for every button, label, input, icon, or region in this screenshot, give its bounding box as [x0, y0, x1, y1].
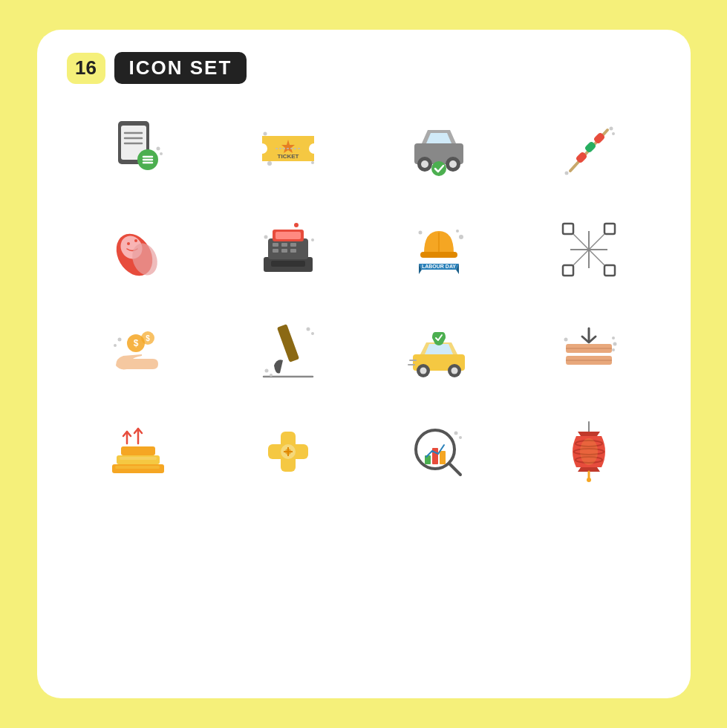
svg-point-90 — [612, 337, 615, 339]
main-card: 16 ICON SET — [37, 30, 691, 698]
header-title: ICON SET — [129, 56, 232, 79]
icon-cell-bandage — [217, 408, 360, 495]
ticket-icon: TICKET — [255, 115, 322, 182]
svg-point-119 — [587, 478, 591, 482]
svg-rect-61 — [563, 265, 573, 276]
labour-day-icon: LABOUR DAY — [405, 216, 472, 283]
svg-rect-51 — [420, 252, 457, 258]
svg-text:TICKET: TICKET — [278, 153, 299, 160]
jelly-bean-icon — [105, 216, 172, 283]
svg-rect-60 — [604, 224, 615, 234]
svg-point-113 — [459, 436, 462, 439]
car-check-icon — [405, 115, 472, 182]
svg-point-81 — [451, 368, 457, 374]
svg-text:LABOUR DAY: LABOUR DAY — [422, 264, 456, 269]
icon-cell-labour-day: LABOUR DAY — [368, 206, 511, 293]
icon-cell-cash-register — [217, 206, 360, 293]
svg-point-35 — [134, 239, 137, 242]
search-chart-icon — [405, 418, 472, 485]
svg-rect-43 — [281, 243, 287, 247]
svg-text:$: $ — [146, 334, 150, 342]
svg-point-91 — [613, 342, 617, 346]
svg-rect-42 — [273, 243, 278, 247]
svg-rect-47 — [290, 249, 296, 253]
icon-cell-lantern — [518, 408, 661, 495]
network-nodes-icon — [555, 216, 622, 283]
icon-cell-search-chart — [368, 408, 511, 495]
svg-point-79 — [420, 368, 426, 374]
svg-text:$: $ — [133, 338, 138, 348]
svg-line-111 — [450, 464, 460, 475]
lantern-icon — [555, 418, 622, 485]
svg-point-92 — [612, 348, 615, 351]
svg-point-9 — [156, 147, 160, 151]
svg-rect-40 — [276, 232, 301, 239]
svg-point-55 — [456, 230, 459, 233]
icon-cell-money-hand: $ $ — [67, 307, 210, 394]
icon-cell-network-nodes — [518, 206, 661, 293]
bandage-icon — [255, 418, 322, 485]
svg-rect-71 — [277, 324, 299, 363]
car-shield-icon — [405, 317, 472, 384]
svg-point-21 — [421, 160, 428, 168]
svg-point-74 — [311, 332, 314, 335]
icon-grid: TICKET — [67, 105, 661, 495]
header: 16 ICON SET — [67, 52, 661, 84]
icon-cell-ticket: TICKET — [217, 105, 360, 192]
svg-point-16 — [264, 132, 267, 136]
svg-rect-46 — [281, 249, 287, 253]
icon-cell-jelly-bean — [67, 206, 210, 293]
svg-point-23 — [449, 160, 457, 168]
svg-point-11 — [257, 143, 267, 154]
svg-point-41 — [294, 223, 299, 227]
icon-cell-gold-bars — [67, 408, 210, 495]
icon-cell-mobile-menu — [67, 105, 210, 192]
cash-register-icon — [255, 216, 322, 283]
paint-brush-icon — [255, 317, 322, 384]
svg-rect-97 — [120, 457, 157, 460]
svg-point-73 — [307, 328, 310, 331]
svg-rect-96 — [115, 466, 160, 469]
svg-point-76 — [270, 374, 273, 377]
svg-rect-95 — [121, 446, 155, 455]
icon-cell-car-check — [368, 105, 511, 192]
svg-point-75 — [265, 369, 269, 373]
svg-point-12 — [309, 143, 319, 154]
svg-point-54 — [418, 231, 422, 235]
title-box: ICON SET — [114, 52, 247, 84]
svg-rect-45 — [273, 249, 278, 253]
svg-point-50 — [311, 238, 314, 241]
download-tray-icon — [555, 317, 622, 384]
icon-cell-paint-brush — [217, 307, 360, 394]
svg-point-30 — [612, 132, 615, 135]
svg-point-31 — [565, 172, 569, 175]
kebab-skewer-icon — [555, 115, 622, 182]
badge-number: 16 — [75, 56, 97, 79]
svg-point-56 — [459, 235, 463, 239]
svg-rect-110 — [440, 451, 446, 464]
svg-rect-48 — [271, 261, 305, 267]
svg-point-49 — [264, 235, 268, 239]
svg-point-120 — [580, 438, 598, 465]
svg-point-17 — [311, 161, 314, 164]
number-badge: 16 — [67, 53, 105, 84]
icon-cell-car-shield — [368, 307, 511, 394]
gold-bars-icon — [105, 418, 172, 485]
mobile-menu-icon — [105, 115, 172, 182]
svg-rect-62 — [604, 265, 615, 276]
icon-cell-kebab — [518, 105, 661, 192]
svg-point-18 — [267, 161, 272, 166]
svg-point-24 — [431, 161, 446, 176]
svg-rect-44 — [290, 243, 296, 247]
svg-point-29 — [610, 127, 613, 131]
svg-point-34 — [127, 242, 130, 245]
svg-point-89 — [564, 338, 568, 342]
icon-cell-download-tray — [518, 307, 661, 394]
svg-rect-109 — [432, 448, 438, 464]
svg-point-10 — [160, 152, 163, 155]
svg-point-69 — [117, 338, 121, 342]
svg-rect-59 — [563, 224, 573, 234]
money-hand-icon: $ $ — [105, 317, 172, 384]
svg-point-70 — [114, 344, 117, 347]
svg-point-112 — [454, 432, 457, 435]
